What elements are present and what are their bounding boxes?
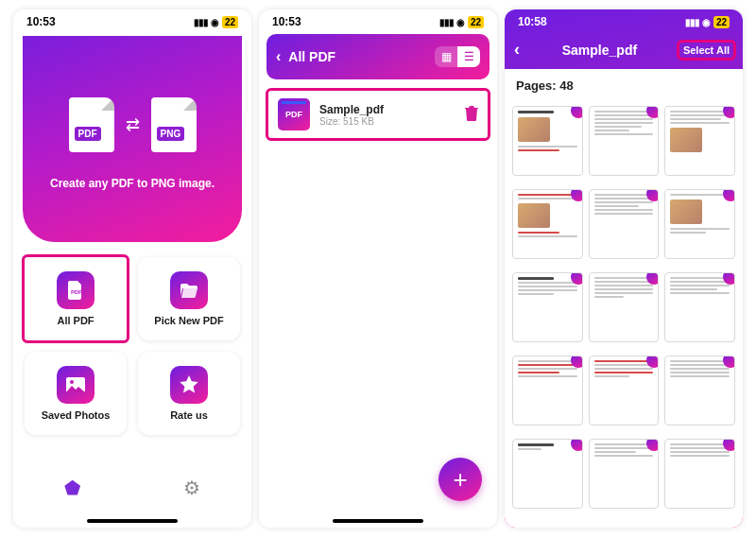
view-toggle[interactable]: ▦ ☰: [435, 46, 480, 67]
select-dot-icon: [646, 272, 659, 285]
file-row-sample-pdf[interactable]: PDF Sample_pdf Size: 515 KB: [268, 91, 488, 138]
signal-icon: ▮▮▮: [439, 17, 454, 27]
topbar: ‹ Sample_pdf Select All: [505, 34, 743, 69]
select-dot-icon: [723, 106, 735, 118]
file-list: PDF Sample_pdf Size: 515 KB: [259, 79, 497, 149]
thumb-label: PDF: [285, 110, 302, 119]
photo-icon: [57, 366, 94, 404]
topbar: ‹ All PDF ▦ ☰: [266, 34, 490, 79]
page-thumbnail[interactable]: [664, 106, 735, 176]
png-doc-icon: PNG: [151, 97, 197, 152]
page-thumbnail[interactable]: [512, 189, 583, 259]
status-time: 10:53: [272, 15, 301, 28]
folder-open-icon: [170, 271, 208, 309]
page-thumbnail[interactable]: [512, 356, 583, 425]
page-thumbnail[interactable]: [589, 272, 660, 342]
list-view-icon[interactable]: ☰: [457, 46, 480, 67]
home-indicator: [333, 519, 423, 523]
tile-pick-new-pdf[interactable]: Pick New PDF: [138, 257, 240, 340]
status-right: ▮▮▮ ◉ 22: [685, 16, 730, 28]
select-dot-icon: [723, 439, 735, 451]
file-name: Sample_pdf: [319, 103, 455, 116]
battery-badge: 22: [468, 16, 484, 28]
tile-saved-photos[interactable]: Saved Photos: [25, 352, 127, 435]
screen-all-pdf: 10:53 ▮▮▮ ◉ 22 ‹ All PDF ▦ ☰ PDF Sample_…: [259, 9, 497, 528]
signal-icon: ▮▮▮: [685, 17, 699, 27]
page-thumbnail[interactable]: [589, 439, 660, 509]
tile-label: Saved Photos: [42, 409, 111, 421]
file-meta: Sample_pdf Size: 515 KB: [319, 103, 455, 127]
home-indicator: [87, 519, 178, 523]
page-thumbnail[interactable]: [512, 106, 583, 176]
select-dot-icon: [723, 189, 735, 201]
page-thumbnail[interactable]: [664, 272, 735, 342]
hero-tagline: Create any PDF to PNG image.: [50, 177, 215, 190]
tile-label: Rate us: [170, 409, 208, 421]
select-dot-icon: [646, 439, 659, 451]
topbar-title: All PDF: [288, 49, 427, 64]
tile-all-pdf[interactable]: PDF All PDF: [25, 257, 127, 340]
select-dot-icon: [646, 189, 659, 201]
battery-badge: 22: [222, 16, 238, 28]
file-pdf-icon: PDF: [57, 271, 94, 309]
bottom-nav: ⬟ ⚙: [13, 460, 251, 516]
tile-rate-us[interactable]: Rate us: [138, 352, 240, 435]
pdf-doc-icon: PDF: [69, 97, 114, 152]
select-dot-icon: [646, 106, 659, 118]
select-dot-icon: [723, 272, 735, 285]
page-thumbnail[interactable]: [512, 439, 583, 509]
hero-panel: PDF ⇄ PNG Create any PDF to PNG image.: [23, 36, 242, 242]
topbar-title: Sample_pdf: [527, 43, 672, 58]
wifi-icon: ◉: [211, 17, 219, 27]
svg-point-2: [70, 380, 74, 384]
hero-graphic: PDF ⇄ PNG: [69, 97, 197, 152]
status-bar: 10:53 ▮▮▮ ◉ 22: [259, 9, 497, 34]
fab-add-button[interactable]: +: [438, 458, 482, 501]
page-thumbnail[interactable]: [664, 439, 735, 509]
status-bar: 10:58 ▮▮▮ ◉ 22: [505, 9, 743, 34]
page-thumbnail[interactable]: [664, 356, 735, 425]
page-thumbnail-grid: [505, 102, 743, 528]
select-dot-icon: [723, 356, 735, 368]
wifi-icon: ◉: [456, 17, 465, 27]
swap-icon: ⇄: [126, 114, 140, 135]
home-icon[interactable]: ⬟: [64, 477, 80, 499]
file-size: Size: 515 KB: [319, 116, 455, 127]
signal-icon: ▮▮▮: [194, 17, 208, 27]
page-thumbnail[interactable]: [512, 272, 583, 342]
select-all-button[interactable]: Select All: [679, 43, 733, 58]
grid-view-icon[interactable]: ▦: [435, 46, 457, 67]
screen-home: 10:53 ▮▮▮ ◉ 22 PDF ⇄ PNG Create any PDF …: [13, 9, 251, 528]
back-icon[interactable]: ‹: [514, 40, 520, 60]
star-icon: [170, 366, 208, 404]
pages-count: Pages: 48: [505, 69, 743, 102]
page-thumbnail[interactable]: [589, 189, 660, 259]
gear-icon[interactable]: ⚙: [183, 477, 200, 499]
home-tile-grid: PDF All PDF Pick New PDF Saved Photos Ra…: [25, 257, 240, 435]
pdf-badge: PDF: [75, 127, 101, 141]
status-right: ▮▮▮ ◉ 22: [194, 16, 238, 28]
select-dot-icon: [646, 356, 659, 368]
back-icon[interactable]: ‹: [276, 48, 281, 65]
trash-icon[interactable]: [465, 106, 478, 124]
wifi-icon: ◉: [702, 17, 711, 27]
status-time: 10:58: [518, 15, 547, 28]
pdf-thumb-icon: PDF: [278, 98, 310, 130]
page-thumbnail[interactable]: [589, 106, 660, 176]
page-thumbnail[interactable]: [589, 356, 660, 425]
tile-label: Pick New PDF: [154, 315, 223, 326]
status-right: ▮▮▮ ◉ 22: [439, 16, 484, 28]
status-bar: 10:53 ▮▮▮ ◉ 22: [13, 9, 251, 34]
page-thumbnail[interactable]: [664, 189, 735, 259]
status-time: 10:53: [26, 15, 56, 28]
screen-pdf-pages: 10:58 ▮▮▮ ◉ 22 ‹ Sample_pdf Select All P…: [505, 9, 743, 528]
svg-text:PDF: PDF: [71, 289, 82, 295]
battery-badge: 22: [713, 16, 730, 28]
png-badge: PNG: [157, 127, 185, 141]
tile-label: All PDF: [57, 315, 94, 326]
